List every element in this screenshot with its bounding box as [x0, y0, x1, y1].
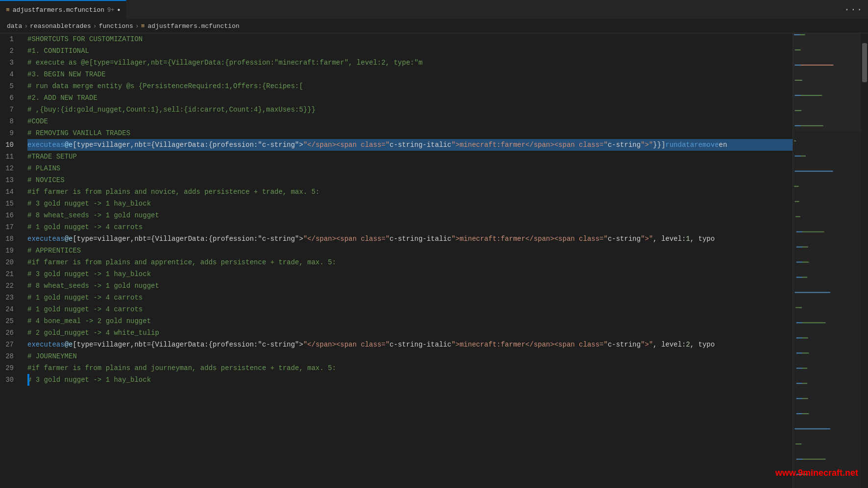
code-line: #1. CONDITIONAL	[27, 45, 793, 57]
line-number: 8	[0, 116, 20, 127]
code-line: # 3 gold nugget -> 1 hay_block	[27, 198, 793, 209]
breadcrumb-reasonabletrades[interactable]: reasonabletrades	[30, 23, 91, 30]
code-line: # 1 gold nugget -> 4 carrots	[27, 303, 793, 315]
line-number: 27	[0, 339, 20, 350]
line-number: 24	[0, 303, 20, 315]
line-number: 23	[0, 292, 20, 303]
line-number: 17	[0, 221, 20, 233]
code-line: #SHORTCUTS FOR CUSTOMIZATION	[27, 33, 793, 45]
line-number: 4	[0, 69, 20, 80]
tab-modified-count: 9+	[107, 7, 114, 14]
line-number: 18	[0, 233, 20, 245]
code-line: #CODE	[27, 116, 793, 127]
more-options-button[interactable]: ···	[844, 5, 863, 15]
code-line: execute as @e[type=villager,nbt={Village…	[27, 233, 793, 245]
code-line: # 8 wheat_seeds -> 1 gold nugget	[27, 280, 793, 292]
minimap-canvas	[793, 33, 861, 488]
scrollbar-thumb[interactable]	[862, 43, 867, 82]
tab-label: adjustfarmers.mcfunction	[13, 6, 104, 14]
code-line: execute as @e[type=villager,nbt={Village…	[27, 339, 793, 350]
line-number: 14	[0, 186, 20, 198]
code-line: # NOVICES	[27, 174, 793, 186]
code-line: # run data merge entity @s {PersistenceR…	[27, 80, 793, 92]
line-number: 26	[0, 327, 20, 339]
file-icon: ≡	[6, 6, 10, 14]
line-number: 29	[0, 362, 20, 374]
watermark: www.9minecraft.net	[775, 468, 858, 478]
line-number: 7	[0, 104, 20, 116]
active-tab[interactable]: ≡ adjustfarmers.mcfunction 9+ ●	[0, 0, 126, 20]
line-number: 3	[0, 57, 20, 69]
line-number: 19	[0, 245, 20, 256]
code-line: # JOURNEYMEN	[27, 350, 793, 362]
code-line: # 3 gold nugget -> 1 hay_block	[27, 268, 793, 280]
line-number: 25	[0, 315, 20, 327]
editor-area: 1234567891011121314151617181920212223242…	[0, 33, 868, 488]
line-numbers-gutter: 1234567891011121314151617181920212223242…	[0, 33, 25, 488]
scrollbar[interactable]	[861, 33, 868, 488]
code-line: execute as @e[type=villager,nbt={Village…	[27, 139, 793, 151]
code-line: # 4 bone_meal -> 2 gold nugget	[27, 315, 793, 327]
breadcrumb-functions[interactable]: functions	[99, 23, 133, 30]
minimap	[793, 33, 861, 488]
line-number: 1	[0, 33, 20, 45]
line-number: 30	[0, 374, 20, 386]
breadcrumb-data[interactable]: data	[7, 23, 22, 30]
breadcrumb-sep3: ›	[135, 23, 139, 30]
current-line-indicator	[27, 374, 29, 386]
line-number: 9	[0, 127, 20, 139]
tab-bar: ≡ adjustfarmers.mcfunction 9+ ● ···	[0, 0, 868, 20]
tab-modified-dot: ●	[117, 7, 120, 13]
breadcrumb: data › reasonabletrades › functions › ≡ …	[0, 20, 868, 33]
code-line: # 1 gold nugget -> 4 carrots	[27, 221, 793, 233]
breadcrumb-sep1: ›	[24, 23, 28, 30]
line-number: 15	[0, 198, 20, 209]
code-line: # 1 gold nugget -> 4 carrots	[27, 292, 793, 303]
code-line: #if farmer is from plains and apprentice…	[27, 256, 793, 268]
line-number: 22	[0, 280, 20, 292]
line-number: 6	[0, 92, 20, 104]
code-line: #if farmer is from plains and novice, ad…	[27, 186, 793, 198]
line-number: 12	[0, 163, 20, 174]
code-line: # PLAINS	[27, 163, 793, 174]
code-line: #TRADE SETUP	[27, 151, 793, 163]
breadcrumb-file-icon: ≡	[141, 23, 145, 30]
code-line: #3. BEGIN NEW TRADE	[27, 69, 793, 80]
code-line: #if farmer is from plains and journeyman…	[27, 362, 793, 374]
code-line: # execute as @e[type=villager,nbt={Villa…	[27, 57, 793, 69]
breadcrumb-filename[interactable]: adjustfarmers.mcfunction	[148, 23, 240, 30]
code-line: # ,{buy:{id:gold_nugget,Count:1},sell:{i…	[27, 104, 793, 116]
line-number: 5	[0, 80, 20, 92]
code-line: #2. ADD NEW TRADE	[27, 92, 793, 104]
line-number: 20	[0, 256, 20, 268]
code-content[interactable]: #SHORTCUTS FOR CUSTOMIZATION #1. CONDITI…	[25, 33, 793, 488]
line-number: 10	[0, 139, 20, 151]
code-line: # APPRENTICES	[27, 245, 793, 256]
code-line: # 2 gold_nugget -> 4 white_tulip	[27, 327, 793, 339]
code-line: # REMOVING VANILLA TRADES	[27, 127, 793, 139]
line-number: 21	[0, 268, 20, 280]
code-line: # 8 wheat_seeds -> 1 gold nugget	[27, 209, 793, 221]
line-number: 16	[0, 209, 20, 221]
line-number: 28	[0, 350, 20, 362]
code-line: # 3 gold nugget -> 1 hay_block	[27, 374, 793, 386]
line-number: 11	[0, 151, 20, 163]
line-number: 13	[0, 174, 20, 186]
breadcrumb-sep2: ›	[93, 23, 97, 30]
line-number: 2	[0, 45, 20, 57]
